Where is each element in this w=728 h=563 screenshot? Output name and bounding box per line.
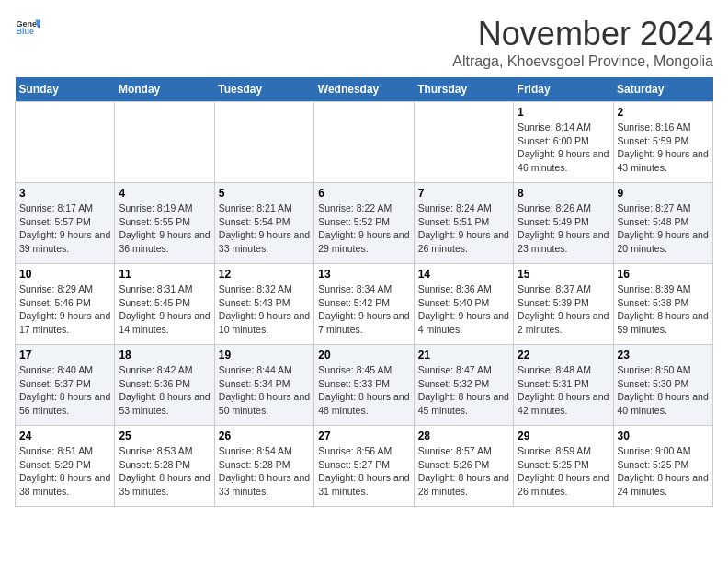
calendar-cell: 4Sunrise: 8:19 AM Sunset: 5:55 PM Daylig… [115, 183, 214, 264]
calendar-cell: 15Sunrise: 8:37 AM Sunset: 5:39 PM Dayli… [514, 264, 613, 345]
calendar-cell: 22Sunrise: 8:48 AM Sunset: 5:31 PM Dayli… [514, 345, 613, 426]
calendar-cell: 6Sunrise: 8:22 AM Sunset: 5:52 PM Daylig… [314, 183, 414, 264]
logo: General Blue [15, 15, 40, 40]
day-number: 22 [518, 349, 609, 362]
calendar-cell: 8Sunrise: 8:26 AM Sunset: 5:49 PM Daylig… [514, 183, 613, 264]
calendar-cell: 19Sunrise: 8:44 AM Sunset: 5:34 PM Dayli… [214, 345, 313, 426]
day-number: 15 [518, 268, 609, 281]
calendar-header-row: SundayMondayTuesdayWednesdayThursdayFrid… [16, 77, 713, 102]
calendar-cell: 24Sunrise: 8:51 AM Sunset: 5:29 PM Dayli… [16, 426, 115, 507]
day-number: 29 [518, 430, 609, 442]
day-number: 1 [518, 106, 609, 119]
day-info: Sunrise: 8:54 AM Sunset: 5:28 PM Dayligh… [219, 444, 310, 499]
calendar-cell: 17Sunrise: 8:40 AM Sunset: 5:37 PM Dayli… [16, 345, 115, 426]
day-info: Sunrise: 8:34 AM Sunset: 5:42 PM Dayligh… [318, 282, 409, 337]
calendar-week-row: 10Sunrise: 8:29 AM Sunset: 5:46 PM Dayli… [16, 264, 713, 345]
calendar-cell: 26Sunrise: 8:54 AM Sunset: 5:28 PM Dayli… [214, 426, 313, 507]
calendar-cell [214, 102, 313, 183]
day-info: Sunrise: 8:22 AM Sunset: 5:52 PM Dayligh… [318, 201, 409, 256]
day-number: 7 [418, 187, 509, 200]
day-header-friday: Friday [514, 77, 613, 102]
main-title: November 2024 [452, 15, 713, 53]
day-info: Sunrise: 8:24 AM Sunset: 5:51 PM Dayligh… [418, 201, 509, 256]
day-header-wednesday: Wednesday [314, 77, 414, 102]
calendar-cell: 9Sunrise: 8:27 AM Sunset: 5:48 PM Daylig… [613, 183, 712, 264]
day-info: Sunrise: 8:53 AM Sunset: 5:28 PM Dayligh… [119, 444, 210, 499]
calendar-week-row: 24Sunrise: 8:51 AM Sunset: 5:29 PM Dayli… [16, 426, 713, 507]
calendar-cell: 18Sunrise: 8:42 AM Sunset: 5:36 PM Dayli… [115, 345, 214, 426]
calendar-cell: 21Sunrise: 8:47 AM Sunset: 5:32 PM Dayli… [414, 345, 513, 426]
day-number: 4 [119, 187, 210, 200]
day-number: 24 [19, 430, 110, 442]
calendar-cell: 23Sunrise: 8:50 AM Sunset: 5:30 PM Dayli… [613, 345, 712, 426]
day-number: 18 [119, 349, 210, 362]
calendar-cell: 27Sunrise: 8:56 AM Sunset: 5:27 PM Dayli… [314, 426, 414, 507]
day-header-thursday: Thursday [414, 77, 513, 102]
day-number: 21 [418, 349, 509, 362]
day-info: Sunrise: 8:42 AM Sunset: 5:36 PM Dayligh… [119, 363, 210, 418]
calendar-cell: 10Sunrise: 8:29 AM Sunset: 5:46 PM Dayli… [16, 264, 115, 345]
day-info: Sunrise: 8:44 AM Sunset: 5:34 PM Dayligh… [219, 363, 310, 418]
day-number: 17 [19, 349, 110, 362]
day-info: Sunrise: 8:45 AM Sunset: 5:33 PM Dayligh… [318, 363, 409, 418]
day-info: Sunrise: 8:50 AM Sunset: 5:30 PM Dayligh… [618, 363, 709, 418]
calendar-cell: 1Sunrise: 8:14 AM Sunset: 6:00 PM Daylig… [514, 102, 613, 183]
calendar-cell: 5Sunrise: 8:21 AM Sunset: 5:54 PM Daylig… [214, 183, 313, 264]
calendar-cell: 16Sunrise: 8:39 AM Sunset: 5:38 PM Dayli… [613, 264, 712, 345]
day-info: Sunrise: 8:51 AM Sunset: 5:29 PM Dayligh… [19, 444, 110, 499]
day-info: Sunrise: 8:31 AM Sunset: 5:45 PM Dayligh… [119, 282, 210, 337]
calendar-table: SundayMondayTuesdayWednesdayThursdayFrid… [15, 77, 713, 507]
day-info: Sunrise: 8:47 AM Sunset: 5:32 PM Dayligh… [418, 363, 509, 418]
calendar-cell: 11Sunrise: 8:31 AM Sunset: 5:45 PM Dayli… [115, 264, 214, 345]
calendar-cell: 3Sunrise: 8:17 AM Sunset: 5:57 PM Daylig… [16, 183, 115, 264]
calendar-cell [414, 102, 513, 183]
day-header-tuesday: Tuesday [214, 77, 313, 102]
day-number: 11 [119, 268, 210, 281]
day-number: 30 [618, 430, 709, 442]
calendar-week-row: 3Sunrise: 8:17 AM Sunset: 5:57 PM Daylig… [16, 183, 713, 264]
day-info: Sunrise: 8:59 AM Sunset: 5:25 PM Dayligh… [518, 444, 609, 499]
day-header-saturday: Saturday [613, 77, 712, 102]
day-number: 19 [219, 349, 310, 362]
calendar-cell: 7Sunrise: 8:24 AM Sunset: 5:51 PM Daylig… [414, 183, 513, 264]
day-info: Sunrise: 8:36 AM Sunset: 5:40 PM Dayligh… [418, 282, 509, 337]
day-info: Sunrise: 8:39 AM Sunset: 5:38 PM Dayligh… [618, 282, 709, 337]
calendar-cell: 25Sunrise: 8:53 AM Sunset: 5:28 PM Dayli… [115, 426, 214, 507]
calendar-cell [314, 102, 414, 183]
day-info: Sunrise: 9:00 AM Sunset: 5:25 PM Dayligh… [618, 444, 709, 499]
day-number: 2 [618, 106, 709, 119]
day-number: 9 [618, 187, 709, 200]
day-info: Sunrise: 8:57 AM Sunset: 5:26 PM Dayligh… [418, 444, 509, 499]
day-number: 5 [219, 187, 310, 200]
calendar-cell: 29Sunrise: 8:59 AM Sunset: 5:25 PM Dayli… [514, 426, 613, 507]
day-info: Sunrise: 8:40 AM Sunset: 5:37 PM Dayligh… [19, 363, 110, 418]
calendar-cell: 28Sunrise: 8:57 AM Sunset: 5:26 PM Dayli… [414, 426, 513, 507]
day-number: 28 [418, 430, 509, 442]
day-header-sunday: Sunday [16, 77, 115, 102]
calendar-cell [115, 102, 214, 183]
calendar-cell: 13Sunrise: 8:34 AM Sunset: 5:42 PM Dayli… [314, 264, 414, 345]
day-info: Sunrise: 8:29 AM Sunset: 5:46 PM Dayligh… [19, 282, 110, 337]
day-number: 10 [19, 268, 110, 281]
day-info: Sunrise: 8:37 AM Sunset: 5:39 PM Dayligh… [518, 282, 609, 337]
page-header: General Blue November 2024 Altraga, Khoe… [15, 15, 713, 70]
day-info: Sunrise: 8:26 AM Sunset: 5:49 PM Dayligh… [518, 201, 609, 256]
day-number: 13 [318, 268, 409, 281]
day-number: 3 [19, 187, 110, 200]
calendar-cell: 20Sunrise: 8:45 AM Sunset: 5:33 PM Dayli… [314, 345, 414, 426]
day-number: 20 [318, 349, 409, 362]
calendar-cell [16, 102, 115, 183]
day-info: Sunrise: 8:48 AM Sunset: 5:31 PM Dayligh… [518, 363, 609, 418]
day-number: 26 [219, 430, 310, 442]
calendar-cell: 14Sunrise: 8:36 AM Sunset: 5:40 PM Dayli… [414, 264, 513, 345]
day-number: 6 [318, 187, 409, 200]
subtitle: Altraga, Khoevsgoel Province, Mongolia [452, 53, 713, 70]
day-info: Sunrise: 8:56 AM Sunset: 5:27 PM Dayligh… [318, 444, 409, 499]
svg-text:Blue: Blue [16, 27, 34, 36]
day-info: Sunrise: 8:19 AM Sunset: 5:55 PM Dayligh… [119, 201, 210, 256]
day-number: 23 [618, 349, 709, 362]
day-header-monday: Monday [115, 77, 214, 102]
day-info: Sunrise: 8:32 AM Sunset: 5:43 PM Dayligh… [219, 282, 310, 337]
day-number: 8 [518, 187, 609, 200]
calendar-week-row: 17Sunrise: 8:40 AM Sunset: 5:37 PM Dayli… [16, 345, 713, 426]
